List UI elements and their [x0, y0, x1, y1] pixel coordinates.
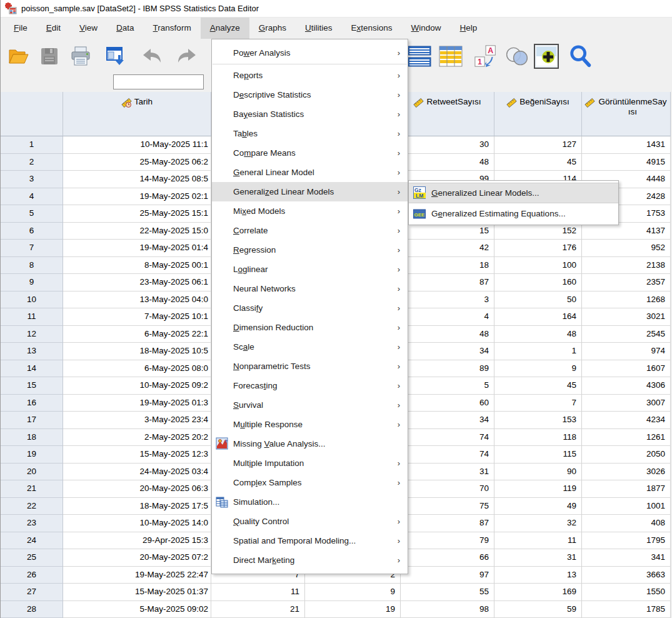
value-cell[interactable]: 1877: [582, 480, 671, 498]
date-cell[interactable]: 19-May-2025 01:3: [63, 395, 211, 412]
row-number-cell[interactable]: 4: [1, 188, 63, 206]
date-cell[interactable]: 15-May-2025 12:3: [63, 446, 211, 464]
value-cell[interactable]: 1550: [582, 584, 671, 601]
row-number-cell[interactable]: 1: [1, 136, 63, 154]
menubar-item-data[interactable]: Data: [107, 18, 144, 39]
value-cell[interactable]: 9: [305, 584, 401, 601]
row-number-cell[interactable]: 21: [1, 480, 63, 498]
menu-item-complex-samples[interactable]: Complex Samples›: [212, 473, 408, 492]
menu-item-reports[interactable]: Reports›: [212, 66, 408, 85]
value-cell[interactable]: 74: [401, 446, 494, 464]
value-cell[interactable]: 408: [582, 515, 671, 532]
value-cell[interactable]: 45: [494, 154, 582, 171]
value-cell[interactable]: 3: [401, 291, 494, 309]
value-cell[interactable]: 31: [494, 549, 582, 567]
row-number-cell[interactable]: 26: [1, 567, 63, 584]
row-number-cell[interactable]: 20: [1, 464, 63, 481]
date-cell[interactable]: 24-May-2025 03:4: [63, 464, 211, 481]
date-cell[interactable]: 10-May-2025 09:2: [63, 377, 211, 395]
value-cell[interactable]: 79: [401, 532, 494, 550]
value-cell[interactable]: 1795: [582, 532, 671, 550]
menubar-item-view[interactable]: View: [70, 18, 107, 39]
value-cell[interactable]: 3663: [582, 567, 671, 584]
value-cell[interactable]: 3021: [582, 308, 671, 326]
menubar-item-graphs[interactable]: Graphs: [249, 18, 296, 39]
value-cell[interactable]: 1: [494, 343, 582, 360]
menu-item-mixed-models[interactable]: Mixed Models›: [212, 201, 408, 221]
menubar-item-utilities[interactable]: Utilities: [296, 18, 342, 39]
value-cell[interactable]: 3007: [582, 395, 671, 412]
value-cell[interactable]: 59: [494, 601, 582, 618]
menu-item-general-linear-model[interactable]: General Linear Model›: [212, 163, 408, 182]
date-cell[interactable]: 8-May-2025 00:1: [63, 257, 211, 275]
column-header-blank[interactable]: [1, 92, 63, 136]
value-cell[interactable]: 3026: [582, 464, 671, 481]
menu-item-survival[interactable]: Survival›: [212, 395, 408, 415]
print-button[interactable]: [68, 44, 93, 69]
date-cell[interactable]: 22-May-2025 15:0: [63, 223, 211, 240]
column-header-tarih[interactable]: Tarih: [63, 92, 211, 136]
row-number-cell[interactable]: 11: [1, 308, 63, 326]
value-cell[interactable]: 87: [401, 274, 494, 291]
value-cell[interactable]: 98: [401, 601, 494, 618]
use-variable-sets-button[interactable]: [504, 44, 529, 69]
menu-item-missing-value-analysis[interactable]: ?Missing Value Analysis...: [212, 434, 408, 453]
row-number-cell[interactable]: 18: [1, 429, 63, 447]
value-cell[interactable]: 70: [401, 480, 494, 498]
menu-item-quality-control[interactable]: Quality Control›: [212, 512, 408, 531]
value-cell[interactable]: 18: [401, 257, 494, 275]
value-cell[interactable]: 2050: [582, 446, 671, 464]
value-cell[interactable]: 1261: [582, 429, 671, 447]
redo-button[interactable]: [174, 44, 199, 69]
value-labels-button[interactable]: A 1: [474, 44, 499, 69]
date-cell[interactable]: 29-Apr-2025 15:3: [63, 532, 211, 550]
menu-item-loglinear[interactable]: Loglinear›: [212, 260, 408, 279]
value-cell[interactable]: 4915: [582, 154, 671, 171]
value-cell[interactable]: 50: [494, 291, 582, 309]
date-cell[interactable]: 18-May-2025 10:5: [63, 343, 211, 360]
menu-item-compare-means[interactable]: Compare Means›: [212, 143, 408, 163]
value-cell[interactable]: 2545: [582, 326, 671, 343]
find-button[interactable]: [568, 44, 593, 69]
value-cell[interactable]: 169: [494, 584, 582, 601]
column-header-be-enisay-s[interactable]: BeğeniSayısı: [494, 92, 582, 136]
value-cell[interactable]: 2357: [582, 274, 671, 291]
cell-editor-input[interactable]: [113, 74, 204, 89]
date-cell[interactable]: 13-May-2025 04:0: [63, 291, 211, 309]
value-cell[interactable]: 127: [494, 136, 582, 154]
row-number-cell[interactable]: 2: [1, 154, 63, 171]
value-cell[interactable]: 34: [401, 412, 494, 429]
menu-item-correlate[interactable]: Correlate›: [212, 221, 408, 240]
menu-item-nonparametric-tests[interactable]: Nonparametric Tests›: [212, 357, 408, 376]
row-number-cell[interactable]: 12: [1, 326, 63, 343]
value-cell[interactable]: 1431: [582, 136, 671, 154]
date-cell[interactable]: 10-May-2025 14:0: [63, 515, 211, 532]
value-cell[interactable]: 74: [401, 429, 494, 447]
value-cell[interactable]: 48: [494, 326, 582, 343]
menubar-item-file[interactable]: File: [4, 18, 37, 39]
date-cell[interactable]: 14-May-2025 08:5: [63, 171, 211, 188]
value-cell[interactable]: 48: [401, 154, 494, 171]
menu-item-forecasting[interactable]: Forecasting›: [212, 376, 408, 395]
row-number-cell[interactable]: 28: [1, 601, 63, 618]
open-file-button[interactable]: [6, 44, 31, 69]
value-cell[interactable]: 153: [494, 412, 582, 429]
menu-item-tables[interactable]: Tables›: [212, 124, 408, 143]
date-cell[interactable]: 19-May-2025 01:4: [63, 240, 211, 257]
value-cell[interactable]: 60: [401, 395, 494, 412]
value-cell[interactable]: 66: [401, 549, 494, 567]
menubar-item-extensions[interactable]: Extensions: [341, 18, 401, 39]
value-cell[interactable]: 49: [494, 498, 582, 515]
date-cell[interactable]: 7-May-2025 10:1: [63, 308, 211, 326]
menu-item-generalized-linear-models[interactable]: Generalized Linear Models›: [212, 182, 408, 201]
date-cell[interactable]: 19-May-2025 02:1: [63, 188, 211, 206]
undo-button[interactable]: [139, 44, 164, 69]
row-number-cell[interactable]: 24: [1, 532, 63, 550]
menubar-item-analyze[interactable]: Analyze: [201, 18, 249, 39]
menubar-item-window[interactable]: Window: [402, 18, 451, 39]
row-number-cell[interactable]: 7: [1, 240, 63, 257]
row-number-cell[interactable]: 27: [1, 584, 63, 601]
menu-item-scale[interactable]: Scale›: [212, 337, 408, 357]
menubar-item-transform[interactable]: Transform: [144, 18, 201, 39]
value-cell[interactable]: 1268: [582, 291, 671, 309]
